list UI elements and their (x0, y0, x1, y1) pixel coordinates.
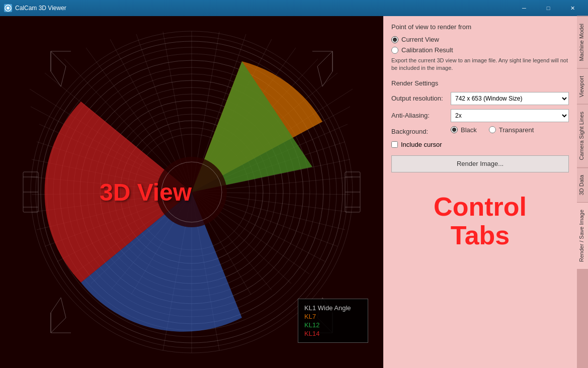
window-controls: ─ □ ✕ (513, 0, 584, 16)
tab-machine-model[interactable]: Machine Model (577, 16, 588, 68)
calibration-result-label: Calibration Result (401, 46, 453, 54)
background-black-text: Black (461, 126, 477, 134)
close-button[interactable]: ✕ (561, 0, 584, 16)
output-resolution-label: Output resolution: (391, 95, 447, 102)
description-text: Export the current 3D view to an image f… (391, 57, 569, 72)
include-cursor-checkbox[interactable] (391, 141, 398, 148)
output-resolution-select[interactable]: 742 x 653 (Window Size) 1024 x 768 1920 … (451, 92, 569, 105)
main-layout: 3D View KL1 Wide Angle KL7 KL12 KL14 Poi… (0, 16, 588, 368)
legend-item-kl12: KL12 (304, 321, 362, 329)
maximize-button[interactable]: □ (537, 0, 560, 16)
svg-point-81 (156, 157, 227, 227)
app-title: CalCam 3D Viewer (15, 5, 66, 12)
legend-item-kl1: KL1 Wide Angle (304, 304, 362, 312)
background-label: Background: (391, 128, 447, 135)
3d-view-panel: 3D View KL1 Wide Angle KL7 KL12 KL14 (0, 16, 383, 368)
svg-point-1 (7, 7, 10, 10)
anti-aliasing-select[interactable]: None 2x 4x 8x (451, 109, 569, 122)
render-settings-title: Render Settings (391, 79, 569, 87)
background-black-label[interactable]: Black (451, 126, 477, 134)
background-transparent-text: Transparent (499, 126, 534, 134)
tab-3d-data[interactable]: 3D Data (577, 167, 588, 202)
point-of-view-group: Current View Calibration Result (391, 36, 569, 54)
anti-aliasing-row: Anti-Aliasing: None 2x 4x 8x (391, 109, 569, 122)
current-view-radio[interactable] (391, 36, 398, 43)
anti-aliasing-label: Anti-Aliasing: (391, 112, 447, 119)
include-cursor-label: Include cursor (401, 141, 442, 148)
tab-camera-sight-lines[interactable]: Camera Sight Lines (577, 104, 588, 167)
calibration-result-radio[interactable] (391, 47, 398, 54)
point-of-view-title: Point of view to render from (391, 23, 569, 31)
background-row: Background: Black Transparent (391, 126, 569, 137)
current-view-label: Current View (401, 36, 439, 43)
render-button[interactable]: Render Image... (391, 155, 569, 172)
background-transparent-label[interactable]: Transparent (489, 126, 534, 134)
render-settings-section: Render Settings Output resolution: 742 x… (391, 79, 569, 172)
tab-render-save-image[interactable]: Render / Save Image (577, 202, 588, 269)
legend-item-kl7: KL7 (304, 313, 362, 320)
calibration-result-radio-label[interactable]: Calibration Result (391, 46, 569, 54)
right-panel: Point of view to render from Current Vie… (383, 16, 588, 368)
legend-item-kl14: KL14 (304, 330, 362, 337)
background-black-radio[interactable] (451, 126, 458, 133)
app-icon (4, 4, 12, 12)
tab-strip: Machine Model Viewport Camera Sight Line… (577, 16, 588, 368)
output-resolution-row: Output resolution: 742 x 653 (Window Siz… (391, 92, 569, 105)
include-cursor-row: Include cursor (391, 141, 569, 148)
tab-viewport[interactable]: Viewport (577, 68, 588, 105)
legend-box: KL1 Wide Angle KL7 KL12 KL14 (298, 299, 368, 343)
titlebar: CalCam 3D Viewer ─ □ ✕ (0, 0, 588, 16)
control-tabs-label: Control Tabs (391, 193, 569, 250)
background-transparent-radio[interactable] (489, 126, 496, 133)
control-area: Point of view to render from Current Vie… (383, 16, 577, 368)
minimize-button[interactable]: ─ (513, 0, 536, 16)
current-view-radio-label[interactable]: Current View (391, 36, 569, 43)
